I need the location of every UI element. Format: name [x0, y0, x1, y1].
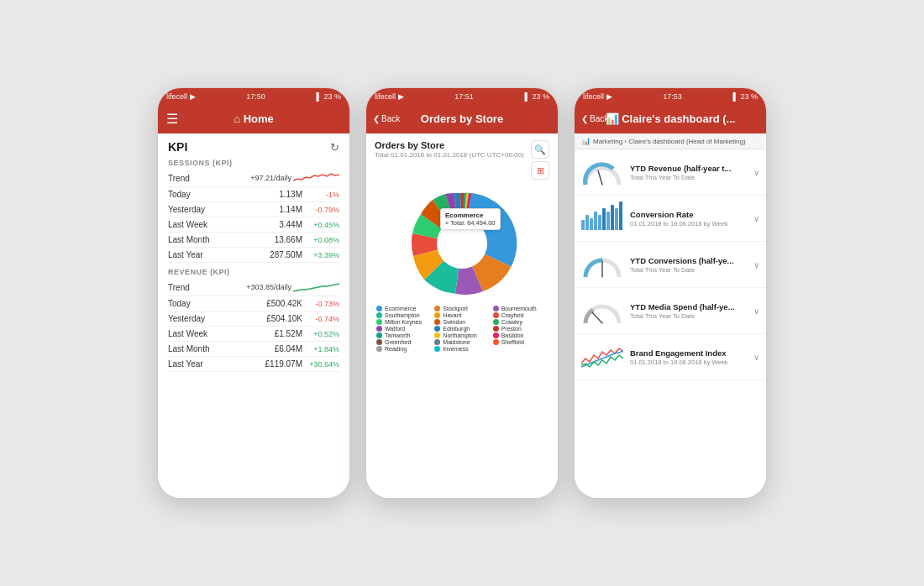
legend-reading: Reading — [376, 346, 431, 352]
widget-conversion-rate[interactable]: Conversion Rate 01.01.2018 to 18.06.2018… — [575, 196, 766, 242]
gauge-ytd-conversions — [581, 248, 623, 281]
expand-icon-brand[interactable]: ∨ — [753, 353, 759, 362]
home-icon: ⌂ — [234, 112, 240, 125]
nav-bar-3: ❮ Back 📊 Claire's dashboard (... — [575, 103, 766, 133]
kpi-row-lastyear-revenue: Last Year £119.07M +30.64% — [168, 357, 339, 372]
kpi-row-lastyear-sessions: Last Year 287.50M +3.39% — [168, 248, 339, 263]
grid-button[interactable]: ⊞ — [531, 161, 549, 180]
nav-bar-2: ❮ Back Orders by Store — [366, 103, 558, 133]
widget-info-ytd-media: YTD Media Spend (half-ye... Total This Y… — [630, 302, 747, 320]
widget-ytd-revenue[interactable]: YTD Revenue (half-year t... Total This Y… — [575, 149, 766, 196]
dashboard-screen: 📊 Marketing › Claire's dashboard (Head o… — [575, 133, 766, 498]
widget-brand-engagement[interactable]: Brand Engagement Index 01.01.2018 to 18.… — [575, 334, 766, 380]
search-button[interactable]: 🔍 — [531, 140, 549, 159]
widget-title-brand: Brand Engagement Index — [630, 348, 747, 358]
widget-sub-conversion: 01.01.2018 to 18.06.2018 by Week — [630, 220, 747, 228]
widget-info-ytd-conversions: YTD Conversions (half-ye... Total This Y… — [630, 256, 747, 274]
widget-title-ytd-conversions: YTD Conversions (half-ye... — [630, 256, 747, 265]
battery-1: ▌ 23 % — [317, 92, 341, 101]
legend-crayford: Crayford — [493, 312, 548, 318]
gauge-ytd-media — [581, 294, 623, 327]
back-button-2[interactable]: ❮ Back — [373, 114, 400, 123]
kpi-row-trend-sessions: Trend +97.21/daily — [168, 170, 339, 187]
kpi-header: KPI ↻ — [168, 140, 339, 154]
time-1: 17:50 — [246, 92, 265, 101]
kpi-row-yesterday-revenue: Yesterday £504.10K -0.74% — [168, 311, 339, 327]
legend-greenford: Greenford — [376, 339, 431, 345]
pie-chart: 29 % — [403, 185, 521, 302]
status-bar-1: lifecell ▶ 17:50 ▌ 23 % — [158, 88, 349, 103]
kpi-row-today-revenue: Today £500.42K -0.73% — [168, 296, 339, 311]
nav-bar-1: ☰ ⌂ Home — [158, 103, 349, 133]
phone-orders: lifecell ▶ 17:51 ▌ 23 % ❮ Back Orders by… — [365, 87, 559, 499]
time-2: 17:51 — [454, 92, 474, 101]
widget-ytd-conversions[interactable]: YTD Conversions (half-ye... Total This Y… — [575, 242, 766, 288]
svg-line-2 — [598, 170, 602, 185]
svg-line-4 — [592, 312, 602, 323]
sparkline-sessions — [293, 172, 339, 184]
breadcrumb: 📊 Marketing › Claire's dashboard (Head o… — [575, 133, 766, 149]
chevron-left-icon: ❮ — [373, 114, 380, 123]
legend-preston: Preston — [493, 326, 548, 332]
legend-stockport: Stockport — [434, 306, 489, 311]
legend-bournemouth: Bournemouth — [493, 306, 548, 311]
grid-icon: ⊞ — [537, 165, 544, 176]
orders-screen: Orders by Store Total 01.01.2016 to 01.0… — [366, 133, 558, 498]
legend-crawley: Crawley — [493, 319, 548, 325]
nav-title-3: 📊 Claire's dashboard (... — [606, 112, 736, 125]
legend-havant: Havant — [434, 312, 489, 318]
battery-3: ▌ 23 % — [733, 92, 758, 101]
widget-title-ytd-revenue: YTD Revenue (half-year t... — [630, 164, 747, 173]
legend-tamworth: Tamworth — [376, 332, 431, 338]
sparkline-revenue — [293, 281, 339, 293]
legend-watford: Watford — [376, 326, 431, 332]
legend-miltonkeynes: Milton Keynes — [376, 319, 431, 325]
status-bar-3: lifecell ▶ 17:53 ▌ 23 % — [575, 88, 766, 103]
widget-ytd-media[interactable]: YTD Media Spend (half-ye... Total This Y… — [575, 288, 766, 334]
expand-icon-ytd-revenue[interactable]: ∨ — [753, 168, 759, 177]
phones-container: lifecell ▶ 17:50 ▌ 23 % ☰ ⌂ Home KPI ↻ S… — [140, 71, 784, 515]
legend-inverness: Inverness — [434, 346, 489, 352]
back-button-3[interactable]: ❮ Back — [581, 114, 608, 123]
chevron-left-icon-3: ❮ — [581, 114, 588, 123]
legend-sheffield: Sheffield — [493, 339, 548, 345]
carrier-2: lifecell ▶ — [375, 92, 404, 101]
breadcrumb-text: Marketing › Claire's dashboard (Head of … — [593, 138, 746, 145]
gauge-ytd-revenue — [581, 155, 623, 189]
widget-sub-ytd-media: Total This Year To Date — [630, 312, 747, 320]
widget-title-conversion: Conversion Rate — [630, 210, 747, 219]
expand-icon-ytd-conversions[interactable]: ∨ — [753, 260, 759, 269]
bar-chart-conversion — [581, 201, 623, 235]
legend-edinburgh: Edinburgh — [434, 326, 489, 332]
widget-title-ytd-media: YTD Media Spend (half-ye... — [630, 302, 747, 311]
refresh-icon[interactable]: ↻ — [330, 141, 339, 154]
expand-icon-conversion[interactable]: ∨ — [753, 214, 759, 223]
legend-ecommerce: Ecommerce — [376, 306, 431, 311]
kpi-row-lastweek-revenue: Last Week £1.52M +0.52% — [168, 327, 339, 342]
kpi-row-trend-revenue: Trend +303.85/daily — [168, 279, 339, 296]
search-icon: 🔍 — [534, 144, 546, 155]
sessions-section-title: SESSIONS (KPI) — [168, 159, 339, 167]
legend-swindon: Swindon — [434, 319, 489, 325]
kpi-row-lastmonth-sessions: Last Month 13.66M +0.08% — [168, 233, 339, 248]
phone-kpi: lifecell ▶ 17:50 ▌ 23 % ☰ ⌂ Home KPI ↻ S… — [157, 87, 350, 499]
widget-sub-ytd-revenue: Total This Year To Date — [630, 174, 747, 181]
battery-2: ▌ 23 % — [525, 92, 549, 101]
breadcrumb-icon: 📊 — [581, 137, 591, 145]
nav-title-1: ⌂ Home — [234, 112, 274, 125]
menu-icon[interactable]: ☰ — [166, 111, 178, 127]
pie-chart-container: 29 % Ecommerce » Total: 64,494.00 — [375, 185, 549, 302]
line-chart-brand — [581, 340, 623, 374]
kpi-row-today-sessions: Today 1.13M -1% — [168, 187, 339, 202]
carrier-3: lifecell ▶ — [583, 92, 612, 101]
legend-maidstone: Maidstone — [434, 339, 489, 345]
kpi-row-yesterday-sessions: Yesterday 1.14M -0.79% — [168, 202, 339, 217]
orders-title: Orders by Store — [375, 140, 524, 150]
kpi-row-lastmonth-revenue: Last Month £6.04M +1.84% — [168, 342, 339, 357]
expand-icon-ytd-media[interactable]: ∨ — [753, 306, 759, 316]
status-bar-2: lifecell ▶ 17:51 ▌ 23 % — [366, 88, 558, 103]
legend-basildon: Basildon — [493, 332, 548, 338]
widget-sub-ytd-conversions: Total This Year To Date — [630, 266, 747, 274]
widget-info-ytd-revenue: YTD Revenue (half-year t... Total This Y… — [630, 164, 747, 181]
time-3: 17:53 — [663, 92, 682, 101]
